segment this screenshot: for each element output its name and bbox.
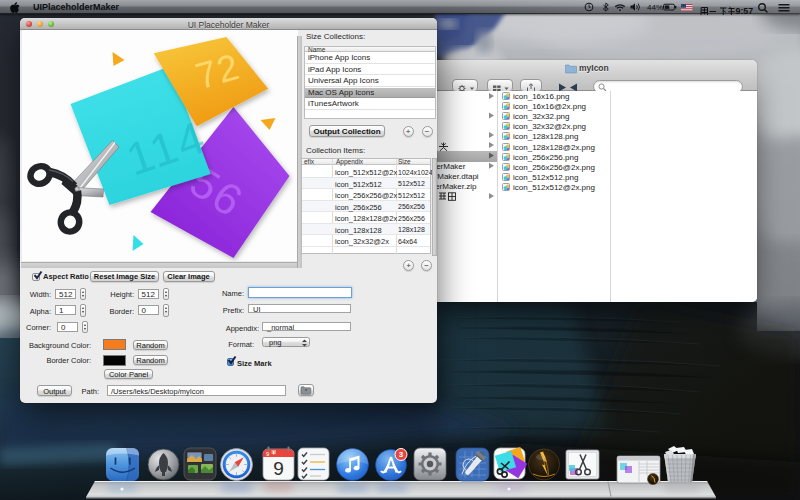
- svg-text:44%: 44%: [647, 3, 663, 12]
- svg-text:9: 9: [273, 458, 284, 479]
- svg-text:3: 3: [399, 450, 404, 459]
- svg-text:9:57: 9:57: [736, 6, 754, 16]
